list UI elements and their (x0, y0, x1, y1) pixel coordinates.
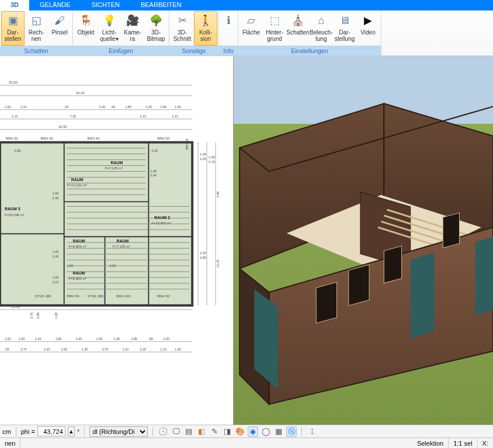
3d-viewport[interactable] (234, 56, 493, 434)
schatten-button[interactable]: ⛪Schatten (286, 11, 310, 46)
bulb-icon: 💡 (102, 13, 117, 28)
workspace: 25,00 16,10 1,00 1,10 ,20 2,40 ,40 1,85 … (0, 56, 493, 434)
svg-text:16,10: 16,10 (76, 91, 85, 95)
svg-text:1,00: 1,00 (5, 105, 11, 109)
svg-text:2,25: 2,25 (151, 149, 158, 152)
svg-text:1,60: 1,60 (76, 337, 82, 341)
phi-stepper[interactable]: ▴ (68, 426, 75, 436)
svg-text:1,85: 1,85 (125, 105, 131, 109)
flaeche-button[interactable]: ▱Fläche (239, 11, 263, 46)
rechnen-button[interactable]: ◱Rech- nen (25, 11, 48, 46)
layer-blue-icon[interactable]: ◆ (248, 426, 258, 437)
darstellung-button[interactable]: 🖥Dar- stellung (333, 11, 356, 46)
svg-text:RAUM: RAUM (116, 239, 129, 243)
svg-text:1,00: 1,00 (19, 337, 25, 341)
pinsel-button[interactable]: 🖌Pinsel (48, 11, 71, 46)
svg-text:BRH 50: BRH 50 (157, 137, 170, 140)
north-icon[interactable]: Ⓝ (286, 426, 297, 437)
kollision-button[interactable]: 🚶Kolli- sion (194, 11, 217, 46)
ribbon-group-einfuegen: 🪑Objekt 💡Licht- quelle▾ 🎥Kame- ra 🌳3D- B… (73, 11, 169, 55)
palette-icon[interactable]: 🎨 (235, 426, 245, 437)
svg-text:BRH 100: BRH 100 (116, 294, 131, 298)
cube-solid-icon: ▣ (5, 13, 20, 28)
text-cursor-icon[interactable]: 𝙸 (307, 426, 317, 437)
svg-text:1,80: 1,80 (160, 105, 166, 109)
monitor-icon: 🖥 (337, 13, 352, 28)
dl-select[interactable]: dl (Richtung/Di (89, 426, 148, 437)
grid-icon[interactable]: ▦ (273, 426, 284, 437)
svg-text:BRH 50: BRH 50 (185, 138, 189, 150)
svg-text:2,12: 2,12 (140, 114, 146, 118)
svg-text:BRH 50: BRH 50 (41, 137, 54, 140)
svg-text:2,40: 2,40 (99, 105, 106, 109)
svg-text:2,75: 2,75 (20, 348, 27, 351)
person-icon: 🚶 (198, 13, 213, 28)
svg-marker-137 (475, 237, 493, 315)
hintergrund-button[interactable]: ⬚Hinter- grund (263, 11, 286, 46)
svg-text:2,30: 2,30 (200, 251, 206, 255)
svg-text:2,25: 2,25 (61, 348, 68, 351)
monitor-icon[interactable]: 🖵 (171, 426, 181, 437)
svg-text:1,00: 1,00 (53, 276, 59, 279)
svg-text:1,00: 1,00 (200, 152, 206, 156)
svg-text:1,65: 1,65 (55, 337, 62, 341)
background-icon: ⬚ (267, 13, 282, 28)
svg-text:1,00: 1,00 (163, 337, 169, 341)
status-left: nen (0, 438, 20, 448)
layers-orange-icon[interactable]: ◧ (196, 426, 207, 437)
darstellen-button[interactable]: ▣Dar- stellen (1, 11, 25, 46)
svg-text:F=14,231 m²: F=14,231 m² (67, 183, 87, 187)
status-x: X: (478, 438, 493, 448)
3d-view-pane[interactable] (234, 56, 493, 434)
3d-schnitt-button[interactable]: ✂3D- Schnitt (171, 11, 194, 46)
svg-text:2,12: 2,12 (172, 114, 178, 118)
objekt-button[interactable]: 🪑Objekt (74, 11, 98, 46)
tab-views[interactable]: SICHTEN (81, 0, 130, 11)
svg-text:RAUM: RAUM (71, 178, 84, 182)
globe-icon[interactable]: ◯ (261, 426, 271, 437)
svg-text:1,85: 1,85 (131, 337, 137, 341)
brush-icon: 🖌 (52, 13, 67, 28)
kamera-button[interactable]: 🎥Kame- ra (121, 11, 144, 46)
lichtquelle-button[interactable]: 💡Licht- quelle▾ (98, 11, 121, 46)
ribbon: ▣Dar- stellen ◱Rech- nen 🖌Pinsel Schatte… (0, 11, 493, 56)
svg-text:2,12: 2,12 (12, 114, 18, 118)
svg-text:1,00: 1,00 (5, 337, 11, 341)
beleuchtung-button[interactable]: ⌂Beleuch- tung (310, 11, 333, 46)
svg-text:1,00: 1,00 (175, 348, 181, 351)
clock-icon[interactable]: 🕓 (158, 426, 168, 437)
svg-text:1,00: 1,00 (96, 337, 103, 341)
svg-text:2,25: 2,25 (35, 337, 41, 341)
video-button[interactable]: ▶Video (356, 11, 380, 46)
status-selektion: Selektion (412, 438, 449, 448)
wand-icon[interactable]: ✎ (209, 426, 220, 437)
house-shadow-icon: ⛪ (290, 13, 305, 28)
svg-text:11,45: 11,45 (216, 259, 220, 268)
3d-bitmap-button[interactable]: 🌳3D- Bitmap (144, 11, 168, 46)
svg-text:1,50: 1,50 (175, 105, 181, 109)
svg-text:F=7,105 m²: F=7,105 m² (105, 166, 123, 170)
svg-text:1,35: 1,35 (82, 348, 88, 351)
group-label: Sonstige (169, 46, 218, 55)
svg-text:1,15: 1,15 (160, 348, 166, 351)
eraser-icon[interactable]: ◨ (222, 426, 232, 437)
tab-edit[interactable]: BEARBEITEN (130, 0, 192, 11)
svg-text:1,60: 1,60 (54, 312, 58, 319)
group-label: Schatten (0, 46, 72, 55)
section-icon: ✂ (175, 13, 190, 28)
svg-text:BRH 50: BRH 50 (67, 294, 80, 298)
floor-plan-canvas: 25,00 16,10 1,00 1,10 ,20 2,40 ,40 1,85 … (0, 56, 233, 429)
chair-icon: 🪑 (78, 13, 93, 28)
floor-plan-pane[interactable]: 25,00 16,10 1,00 1,10 ,20 2,40 ,40 1,85 … (0, 56, 234, 434)
ribbon-group-info: ℹ Info (219, 11, 238, 55)
svg-rect-139 (349, 265, 369, 305)
svg-text:RAUM: RAUM (73, 239, 85, 243)
info-button[interactable]: ℹ (220, 11, 237, 46)
tab-terrain[interactable]: GELÄNDE (29, 0, 81, 11)
degree-label: ° (77, 428, 79, 435)
phi-input[interactable] (37, 426, 65, 436)
stack-icon[interactable]: ▤ (183, 426, 194, 437)
svg-text:F=23,860 m²: F=23,860 m² (151, 221, 171, 225)
tab-3d[interactable]: 3D (0, 0, 29, 11)
svg-text:,20: ,20 (64, 105, 69, 109)
